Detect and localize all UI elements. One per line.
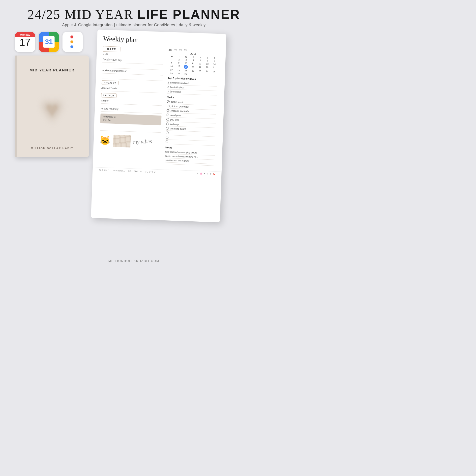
cal-day-19: 19 xyxy=(197,65,204,69)
cal-day-30: 30 xyxy=(175,72,182,75)
cal-header-s1: S xyxy=(204,57,211,59)
notes-line-2 xyxy=(70,40,75,43)
cal-day-empty-4 xyxy=(210,73,217,76)
cal-header-f: F xyxy=(197,56,204,59)
heart-blur-inner xyxy=(32,90,72,129)
app-icons-row: Monday 17 31 xyxy=(15,32,89,52)
task-6-text: call amy xyxy=(170,123,179,126)
subtitle: Apple & Google integration | ultimate pl… xyxy=(0,23,268,27)
tab-mar[interactable]: mar xyxy=(222,154,226,171)
book-title: MID YEAR PLANNER xyxy=(30,68,75,72)
cal-day-29: 29 xyxy=(168,72,175,75)
main-title: 24/25 MID YEAR LIFE PLANNER xyxy=(0,7,268,22)
notes-dot-red xyxy=(70,35,73,38)
task-2-check xyxy=(167,105,170,107)
cal-day-empty-1 xyxy=(189,72,196,76)
decorations-row: 🐱 my vibes xyxy=(99,134,161,149)
tab-nov[interactable]: nov xyxy=(223,103,226,120)
cal-day-3: 3 xyxy=(183,58,190,61)
ios-calendar-icon: Monday 17 xyxy=(15,32,35,52)
cal-header-s2: S xyxy=(211,57,218,59)
notes-line-3 xyxy=(70,45,75,48)
signature-decoration: my vibes xyxy=(133,138,152,146)
task-1-text: admin work xyxy=(171,100,183,104)
cal-day-17-today: 17 xyxy=(184,65,188,69)
bottom-icons: ⊕ 🌸 ✦ ☆ ⊞ 🔖 xyxy=(197,172,216,175)
tab-apr[interactable]: apr xyxy=(221,171,226,188)
tab-oct[interactable]: oct xyxy=(224,85,226,103)
launch-section-label: LAUNCH xyxy=(101,93,117,98)
weekly-top-row: DATE MON Tennis + gym day workout and br… xyxy=(99,46,218,166)
calendar-day-label: Monday xyxy=(15,32,35,37)
cal-day-12: 12 xyxy=(197,62,204,65)
notes-planning-line: es and Planning xyxy=(101,106,162,114)
bottom-tab-vertical[interactable]: VERTICAL xyxy=(113,170,125,172)
task-1-check xyxy=(167,100,170,103)
task-5-text: pay bills xyxy=(170,118,179,121)
week-tab-2[interactable]: W2 xyxy=(174,49,177,51)
pen-tip xyxy=(222,198,226,205)
cal-day-21: 21 xyxy=(211,66,218,70)
date-box: DATE xyxy=(103,46,120,52)
cal-day-24: 24 xyxy=(182,69,189,72)
gcal-inner: 31 xyxy=(39,32,59,52)
cal-day-2: 2 xyxy=(176,58,182,61)
cal-day-13: 13 xyxy=(204,62,211,65)
main-content-row: Monday 17 31 xyxy=(15,32,253,220)
heart-blur-outer xyxy=(32,90,72,129)
weekly-plan-title: Weekly plan xyxy=(103,35,219,47)
week-tab-4[interactable]: W4 xyxy=(184,49,187,51)
right-panel: jul aug sep oct nov jan feb mar apr may … xyxy=(94,32,253,220)
week-tab-3[interactable]: W3 xyxy=(179,49,182,51)
cal-day-26: 26 xyxy=(196,69,203,73)
project-line-1: nails and calls xyxy=(101,86,163,93)
task-3-check xyxy=(167,109,169,112)
cal-day-4: 4 xyxy=(190,59,197,62)
mini-calendar: JULY M T W T F S S 1 xyxy=(168,52,218,76)
task-8-check xyxy=(166,131,169,134)
cal-grid: M T W T F S S 1 2 3 xyxy=(168,55,218,76)
task-5-check xyxy=(166,118,169,121)
remember-box: remember toprep food xyxy=(100,114,161,125)
cal-day-25: 25 xyxy=(189,69,196,72)
cal-header-t1: T xyxy=(176,56,182,58)
task-4-check xyxy=(166,114,169,116)
tab-jun[interactable]: jun xyxy=(220,205,225,222)
left-panel: Monday 17 31 xyxy=(15,32,89,157)
project-section-label: PROJECT xyxy=(102,80,119,85)
bottom-tab-schedule[interactable]: SCHEDULE xyxy=(128,170,142,173)
google-calendar-icon: 31 xyxy=(39,32,59,52)
cal-day-14: 14 xyxy=(211,62,218,66)
notes-dot-orange xyxy=(70,40,73,43)
cal-day-6: 6 xyxy=(204,59,211,62)
gingham-box xyxy=(113,135,131,148)
cal-day-23: 23 xyxy=(175,69,182,72)
page-wrapper: 24/25 MID YEAR LIFE PLANNER Apple & Goog… xyxy=(0,0,268,268)
week-tab-1[interactable]: W1 xyxy=(169,48,172,51)
task-10-check xyxy=(166,140,168,143)
cal-day-22: 22 xyxy=(168,68,175,72)
tab-jan[interactable]: jan xyxy=(223,120,226,137)
tab-feb[interactable]: feb xyxy=(222,137,226,154)
footer-url: MILLIONDOLLARHABIT.COM xyxy=(0,259,268,263)
cal-header-m: M xyxy=(169,55,176,58)
title-part1: 24/25 MID YEAR xyxy=(28,7,137,22)
planner-book: MID YEAR PLANNER MILLION DOLLAR HABIT xyxy=(15,56,89,157)
bottom-tab-classic[interactable]: CLASSIC xyxy=(98,169,110,172)
task-9-check xyxy=(166,136,168,139)
extra-line xyxy=(100,125,161,133)
title-bold: LIFE PLANNER xyxy=(137,7,240,22)
day-label: MON xyxy=(103,53,164,57)
launch-line-1: project xyxy=(101,98,162,106)
tab-may[interactable]: may xyxy=(220,188,226,206)
book-footer: MILLION DOLLAR HABIT xyxy=(31,147,73,150)
task-3-text: respond to emails xyxy=(171,109,189,113)
cal-day-10: 10 xyxy=(182,61,189,65)
tab-sep[interactable]: sep xyxy=(225,68,226,86)
gcal-number: 31 xyxy=(43,36,55,48)
cal-day-16: 16 xyxy=(175,64,182,69)
weekly-planner-page: jul aug sep oct nov jan feb mar apr may … xyxy=(91,30,226,222)
bottom-tab-custom[interactable]: CUSTOM xyxy=(145,171,156,173)
reminders-icon xyxy=(62,32,83,52)
notes-line-1 xyxy=(70,35,75,38)
